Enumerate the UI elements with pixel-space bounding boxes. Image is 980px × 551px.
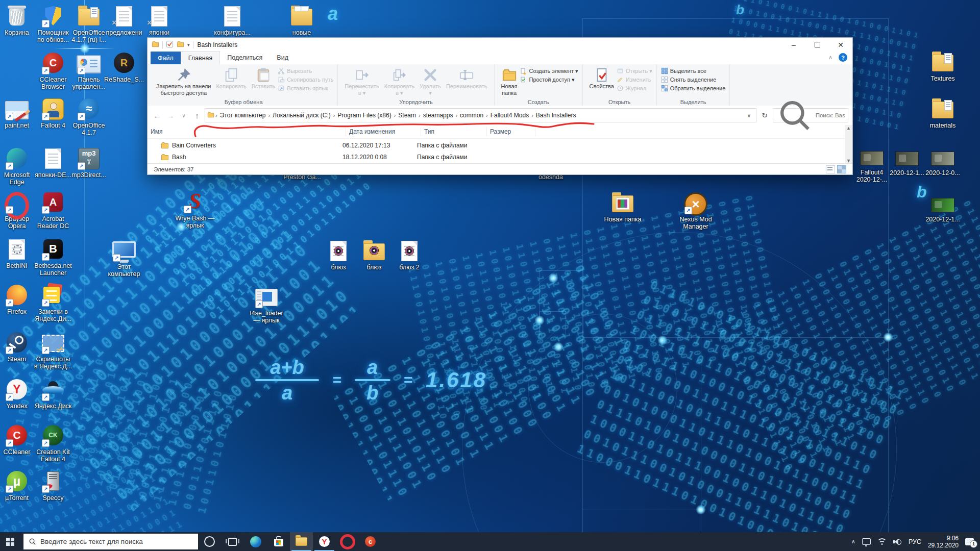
desktop-icon-this-pc[interactable]: ↗Этот компьютер [100, 238, 149, 278]
edge-taskbar-icon[interactable] [244, 532, 267, 551]
volume-icon[interactable] [893, 538, 902, 545]
desktop-icon-speccy[interactable]: ↗Speccy [29, 469, 78, 502]
breadcrumb-item[interactable]: Bash Installers [533, 112, 579, 119]
wifi-icon[interactable] [877, 538, 887, 545]
new-folder-qat-icon[interactable] [177, 40, 184, 49]
ccbrowser-taskbar-icon[interactable]: c [359, 532, 382, 551]
opera-taskbar-icon[interactable] [336, 532, 359, 551]
refresh-button[interactable]: ↻ [758, 111, 771, 119]
search-box[interactable]: Поиск: Bash Install... [773, 108, 848, 122]
cut-button[interactable]: Вырезать [278, 67, 333, 74]
column-header-2[interactable]: Дата изменения [346, 127, 421, 136]
tab-file[interactable]: Файл [151, 52, 181, 64]
pin-button[interactable]: Закрепить на панелибыстрого доступа [154, 66, 213, 97]
breadcrumb-item[interactable]: steamapps [421, 112, 456, 119]
desktop-icon-wrye-bash[interactable]: S↗Wrye Bash — ярлык [170, 190, 219, 229]
desktop-icon-yandex-screenshots[interactable]: ↗Скриншоты в Яндекс.Д... [29, 331, 78, 370]
address-dropdown-icon[interactable]: ∨ [744, 113, 754, 118]
ren-button[interactable]: Переименовать [444, 66, 490, 91]
explorer-taskbar-icon[interactable] [290, 532, 313, 551]
details-view-toggle[interactable] [826, 165, 835, 173]
collapse-ribbon-icon[interactable]: ∧ [828, 54, 832, 61]
language-indicator[interactable]: РУС [909, 538, 921, 545]
column-header-3[interactable]: Тип [421, 127, 487, 136]
tab-Поделиться[interactable]: Поделиться [220, 51, 270, 64]
eaccess-button[interactable]: Простой доступ ▾ [520, 76, 578, 83]
desktop-icon-materials-folder[interactable]: materials [918, 97, 967, 129]
desktop-icon-nexus-mod-manager[interactable]: ×↗Nexus Mod Manager [671, 191, 720, 230]
desktop-icon-konfigura-doc[interactable]: конфигура... [208, 4, 257, 36]
desktop-icon-screenshot-2[interactable]: 2020-12-1... [918, 191, 967, 223]
breadcrumb-item[interactable]: Этот компьютер [217, 112, 268, 119]
tray-chevron-icon[interactable]: ∧ [851, 538, 855, 545]
move-button[interactable]: Переместитьв ▾ [342, 66, 381, 97]
desktop-icon-yandex-notes[interactable]: ↗Заметки в Яндекс.Ди... [29, 283, 78, 322]
tab-Вид[interactable]: Вид [270, 51, 296, 64]
open-button[interactable]: Открыть ▾ [617, 67, 652, 74]
thumbnails-view-toggle[interactable] [837, 165, 846, 173]
copyto-button[interactable]: Копироватьв ▾ [382, 66, 417, 97]
clock[interactable]: 9:06 29.12.2020 [928, 535, 959, 549]
help-button[interactable]: ? [839, 53, 847, 62]
selinv-button[interactable]: Обратить выделение [661, 85, 726, 92]
paste-button[interactable]: Вставить [249, 66, 278, 91]
minimize-button[interactable]: – [782, 38, 805, 52]
breadcrumb-item[interactable]: Steam [396, 112, 419, 119]
desktop-icon-f4se-loader[interactable]: ↗f4se_loader — ярлык [242, 285, 291, 324]
breadcrumb-item[interactable]: Локальный диск (C:) [270, 112, 333, 119]
file-row[interactable]: Bain Converters 06.12.2020 17:13 Папка с… [148, 139, 845, 151]
edit-button[interactable]: Изменить [617, 76, 652, 83]
hist-button[interactable]: Журнал [617, 85, 652, 92]
store-taskbar-icon[interactable] [267, 532, 290, 551]
file-row[interactable]: Bash 18.12.2020 0:08 Папка с файлами [148, 151, 845, 163]
forward-button[interactable]: → [165, 111, 176, 120]
desktop-icon-screenshot-0[interactable]: 2020-12-0... [918, 144, 967, 177]
del-button[interactable]: Удалить▾ [417, 66, 444, 97]
pshort-button[interactable]: Вставить ярлык [278, 85, 333, 92]
nfold-button[interactable]: Новаяпапка [499, 66, 520, 97]
desktop-icon-openoffice[interactable]: ≈↗OpenOffice 4.1.7 [64, 97, 113, 136]
desktop-icon-bethesda-launcher[interactable]: B↗Bethesda.net Launcher [29, 237, 78, 277]
cortana-taskbar-icon[interactable] [198, 532, 221, 551]
desktop-icon-textures-folder[interactable]: Textures [918, 50, 967, 82]
desktop-icon-creation-kit[interactable]: CK↗Creation Kit Fallout 4 [29, 423, 78, 463]
start-button[interactable] [0, 532, 23, 551]
address-bar[interactable]: ›Этот компьютер›Локальный диск (C:)›Prog… [205, 108, 756, 122]
copypath-button[interactable]: Скопировать путь [278, 76, 333, 83]
qat-dropdown-icon[interactable]: ▾ [187, 42, 190, 47]
properties-check-icon[interactable] [166, 40, 174, 49]
breadcrumb-item[interactable]: common [457, 112, 486, 119]
desktop-icon-label: Firefox [7, 308, 27, 315]
column-header-1[interactable]: Имя [148, 127, 346, 136]
breadcrumb-item[interactable]: Program Files (x86) [335, 112, 394, 119]
scroll-up-icon[interactable]: ▲ [846, 125, 851, 131]
yandex-taskbar-icon[interactable]: Y [313, 532, 336, 551]
desktop-icon-acrobat-reader[interactable]: A↗Acrobat Reader DC [29, 190, 78, 230]
taskbar-search-input[interactable]: Введите здесь текст для поиска [23, 534, 198, 549]
props-button[interactable]: Свойства [587, 66, 617, 91]
recent-locations-icon[interactable]: ∨ [178, 113, 189, 118]
back-button[interactable]: ← [152, 111, 163, 120]
up-button[interactable]: ↑ [191, 111, 203, 120]
vertical-scrollbar[interactable]: ▲ ▼ [845, 125, 852, 164]
taskview-taskbar-icon[interactable] [221, 532, 244, 551]
maximize-button[interactable] [805, 38, 829, 52]
desktop-icon-yaponki-doc[interactable]: ×японки [135, 4, 184, 36]
selnone-button[interactable]: Снять выделение [661, 76, 726, 83]
close-button[interactable]: ✕ [829, 38, 852, 52]
display-cast-icon[interactable] [862, 538, 871, 545]
tab-Главная[interactable]: Главная [181, 51, 220, 64]
desktop-icon-yandex-disk[interactable]: ↗Яндекс.Диск [29, 378, 78, 410]
title-bar[interactable]: ▾ Bash Installers – ✕ [148, 38, 852, 52]
breadcrumb-item[interactable]: Fallout4 Mods [488, 112, 531, 119]
notification-center-icon[interactable]: 1 [965, 538, 974, 545]
desktop-icon-blues2-file[interactable]: блюз 2 [385, 239, 434, 271]
desktop-icon-reshade[interactable]: RReShade_S... [100, 51, 149, 83]
desktop-icon-novye-folder[interactable]: новые [277, 4, 326, 36]
desktop-icon-new-folder[interactable]: Новая папка [598, 191, 647, 223]
selall-button[interactable]: Выделить все [661, 67, 726, 74]
column-header-4[interactable]: Размер [487, 127, 535, 136]
nitem-button[interactable]: Создать элемент ▾ [520, 67, 578, 74]
desktop-icon-mp3directcut[interactable]: mp3↗mp3Direct... [64, 146, 113, 179]
copy-button[interactable]: Копировать [213, 66, 249, 91]
